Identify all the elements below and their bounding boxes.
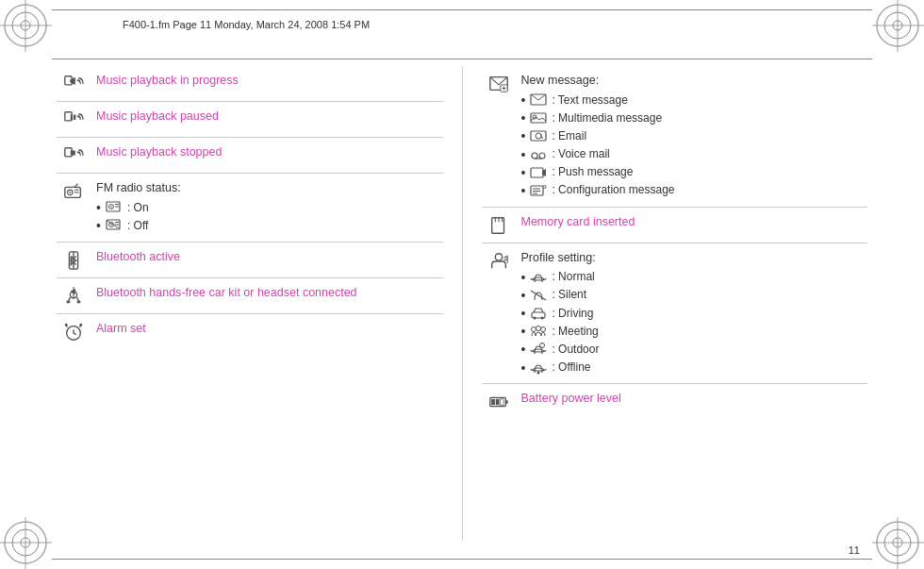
- music-pause-icon: [60, 109, 87, 130]
- fm-on-label: : On: [127, 199, 149, 217]
- silent-item: • : Silent: [521, 286, 865, 304]
- profile-content: Profile setting: • : Normal: [521, 250, 865, 377]
- music-progress-label: Music playback in progress: [96, 73, 439, 90]
- voicemail-label: : Voice mail: [552, 145, 609, 163]
- outdoor-item: • : Outdoor: [521, 341, 865, 359]
- svg-rect-22: [71, 115, 73, 121]
- main-content: Music playback in progress Music playbac…: [57, 66, 867, 541]
- row-memory-card: Memory card inserted: [482, 208, 868, 243]
- svg-line-53: [74, 333, 76, 335]
- bluetooth-icon: [60, 250, 87, 271]
- mms-msg-icon: [529, 110, 548, 126]
- text-msg-label: : Text message: [552, 92, 627, 109]
- music-paused-label: Music playback paused: [96, 109, 439, 126]
- driving-profile-icon: [529, 306, 548, 321]
- svg-point-56: [65, 324, 68, 326]
- outdoor-profile-icon: [529, 342, 548, 357]
- svg-point-98: [537, 371, 540, 374]
- offline-item: • : Offline: [521, 359, 865, 377]
- radio-on-icon: [105, 200, 124, 215]
- svg-line-60: [499, 77, 507, 85]
- message-sublist: • : Text message •: [521, 92, 865, 200]
- profile-icon: [486, 251, 512, 272]
- svg-line-66: [538, 94, 546, 100]
- memory-card-label: Memory card inserted: [521, 214, 865, 231]
- profile-title: Profile setting:: [521, 251, 596, 264]
- alarm-icon: [60, 322, 87, 343]
- svg-point-93: [532, 327, 536, 332]
- push-msg-icon: [529, 165, 548, 180]
- svg-rect-103: [500, 399, 503, 405]
- row-fm-radio: FM radio status: •: [57, 174, 443, 243]
- config-msg-item: • : Configura: [521, 181, 865, 199]
- radio-off-icon: [105, 218, 124, 233]
- svg-rect-49: [77, 300, 81, 303]
- driving-label: : Driving: [552, 305, 593, 323]
- svg-rect-76: [531, 168, 543, 177]
- left-column: Music playback in progress Music playbac…: [57, 66, 463, 541]
- svg-point-73: [532, 153, 537, 159]
- text-msg-item: • : Text message: [521, 92, 865, 109]
- mms-msg-item: • : Multimedia message: [521, 109, 865, 127]
- svg-rect-101: [491, 399, 495, 405]
- normal-profile-icon: [529, 270, 548, 285]
- bottom-border-line: [52, 559, 872, 560]
- svg-point-57: [79, 324, 82, 326]
- row-bluetooth-headset: Bluetooth hands-free car kit or headset …: [57, 278, 443, 314]
- email-label: : Email: [552, 127, 586, 145]
- row-music-progress: Music playback in progress: [57, 66, 443, 102]
- svg-line-65: [531, 94, 538, 100]
- bluetooth-headset-icon: [60, 286, 87, 307]
- email-icon: [529, 128, 548, 143]
- svg-point-95: [536, 326, 541, 331]
- row-new-message: New message: • : Text message: [482, 66, 868, 208]
- push-msg-label: : Push message: [552, 163, 633, 181]
- normal-item: • : Normal: [521, 268, 865, 286]
- fm-off-item: • : Off: [96, 217, 439, 235]
- bluetooth-active-label: Bluetooth active: [96, 249, 439, 266]
- meeting-item: • : Meeting: [521, 323, 865, 341]
- voicemail-item: • : Voice mail: [521, 145, 865, 163]
- text-msg-icon: [529, 92, 548, 108]
- svg-rect-23: [74, 115, 75, 121]
- alarm-label: Alarm set: [96, 321, 439, 338]
- battery-icon: [486, 392, 512, 412]
- row-battery: Battery power level: [482, 384, 868, 419]
- music-stopped-label: Music playback stopped: [96, 144, 439, 161]
- svg-point-92: [541, 317, 544, 320]
- right-column: New message: • : Text message: [463, 66, 868, 541]
- meeting-label: : Meeting: [552, 323, 598, 341]
- fm-on-item: • : On: [96, 199, 439, 217]
- meeting-profile-icon: [529, 324, 548, 339]
- svg-point-94: [541, 327, 546, 332]
- driving-item: • : Driving: [521, 305, 865, 323]
- header-bottom-line: [52, 59, 872, 59]
- profile-sublist: • : Normal •: [521, 268, 865, 377]
- svg-point-28: [69, 192, 71, 193]
- svg-point-91: [534, 317, 536, 320]
- corner-decoration-tr: [872, 0, 924, 52]
- svg-point-34: [110, 206, 112, 208]
- page-number: 11: [849, 544, 860, 556]
- fm-radio-label: FM radio status: •: [96, 180, 439, 235]
- corner-decoration-bl: [0, 517, 52, 569]
- row-alarm: Alarm set: [57, 314, 443, 349]
- svg-rect-25: [71, 151, 75, 156]
- svg-line-59: [489, 77, 498, 85]
- row-music-stopped: Music playback stopped: [57, 138, 443, 174]
- row-music-paused: Music playback paused: [57, 102, 443, 138]
- svg-rect-100: [505, 400, 507, 404]
- normal-label: : Normal: [552, 268, 594, 286]
- new-message-content: New message: • : Text message: [521, 73, 865, 200]
- fm-radio-icon: [60, 181, 87, 202]
- svg-point-88: [495, 253, 502, 259]
- new-message-title: New message:: [521, 74, 600, 87]
- bluetooth-headset-label: Bluetooth hands-free car kit or headset …: [96, 285, 439, 302]
- fm-radio-sublist: • : On •: [96, 199, 439, 235]
- mms-msg-label: : Multimedia message: [552, 109, 662, 127]
- music-stop-icon: [60, 145, 87, 166]
- config-msg-label: : Configuration message: [552, 181, 674, 199]
- music-play-icon: [60, 74, 87, 94]
- battery-label: Battery power level: [521, 391, 865, 408]
- row-profile-setting: Profile setting: • : Normal: [482, 243, 868, 385]
